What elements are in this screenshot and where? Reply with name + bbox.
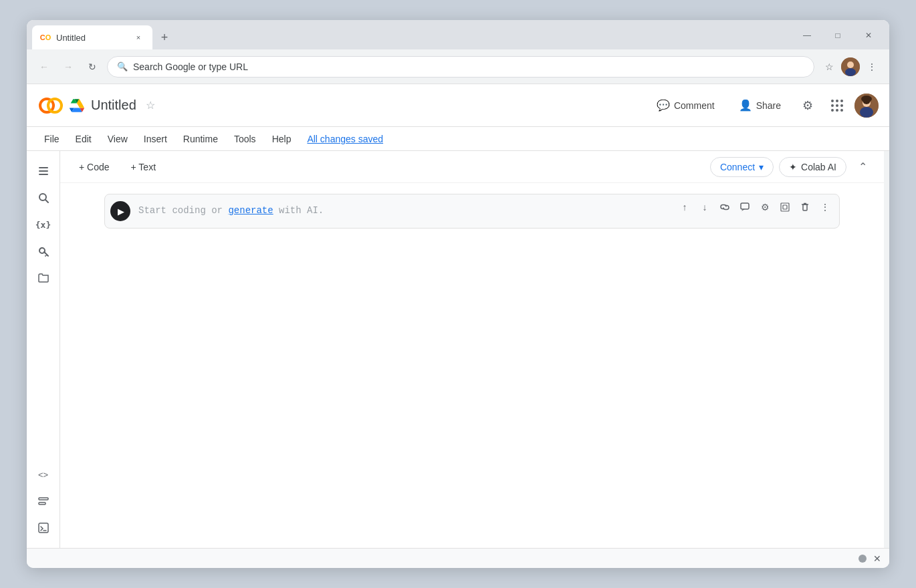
bookmark-button[interactable]: ☆ [820,57,838,76]
maximize-button[interactable]: □ [822,25,853,45]
table-of-contents-button[interactable] [31,159,55,183]
search-button[interactable] [31,186,55,210]
tab-close-button[interactable]: × [132,31,144,43]
svg-rect-21 [39,523,48,533]
folder-icon [37,272,49,284]
search-icon: 🔍 [117,61,128,71]
settings-button[interactable]: ⚙ [796,94,820,118]
menu-runtime[interactable]: Runtime [177,131,225,147]
expand-cell-button[interactable] [776,198,794,216]
minimize-button[interactable]: — [792,25,822,45]
move-cell-down-button[interactable]: ↓ [695,198,714,216]
add-comment-button[interactable] [735,198,754,216]
tab-title: Untitled [56,33,127,43]
more-cell-options-button[interactable]: ⋮ [816,198,834,216]
cell-placeholder-suffix: with AI. [273,205,324,216]
back-button[interactable]: ← [35,57,53,76]
colab-ai-button[interactable]: ✦ Colab AI [779,157,846,177]
move-cell-up-button[interactable]: ↑ [675,198,694,216]
apps-grid-icon [831,100,843,112]
menu-insert[interactable]: Insert [137,131,174,147]
svg-point-7 [860,107,873,118]
apps-grid-button[interactable] [825,94,849,118]
address-actions: ☆ ⋮ [820,57,881,76]
run-cell-button[interactable]: ▶ [110,201,130,221]
colab-header: Untitled ☆ 💬 Comment 👤 Share ⚙ [27,84,889,127]
menu-help[interactable]: Help [265,131,298,147]
comment-button[interactable]: 💬 Comment [647,94,724,117]
svg-rect-23 [741,203,749,209]
svg-line-16 [44,252,48,256]
share-icon: 👤 [739,99,752,112]
play-icon: ▶ [118,206,124,216]
copy-link-button[interactable] [715,198,734,216]
variables-button[interactable]: {x} [31,212,55,237]
link-icon [720,202,729,212]
expand-icon [780,202,790,212]
connect-button[interactable]: Connect ▾ [710,157,774,177]
terminal-icon [37,522,49,534]
svg-rect-25 [783,205,787,209]
close-button[interactable]: ✕ [853,25,884,45]
cell-settings-button[interactable]: ⚙ [756,198,774,216]
new-tab-button[interactable]: + [155,28,174,47]
sidebar: {x} [27,151,60,548]
profile-button[interactable] [841,57,860,76]
document-title[interactable]: Untitled [91,98,136,113]
app-content: Untitled ☆ 💬 Comment 👤 Share ⚙ [27,84,889,568]
right-scrollbar[interactable] [884,151,889,548]
svg-line-14 [45,200,48,202]
notebook-toolbar: + Code + Text Connect ▾ ✦ Colab AI ⌃ [60,151,884,183]
menu-tools[interactable]: Tools [227,131,263,147]
collapse-toolbar-button[interactable]: ⌃ [852,156,873,178]
url-text: Search Google or type URL [133,61,804,72]
gdrive-icon [70,98,84,113]
key-icon [37,245,49,257]
add-text-button[interactable]: + Text [123,158,164,176]
colab-ai-icon: ✦ [789,162,797,172]
svg-rect-12 [39,174,48,175]
delete-cell-button[interactable] [796,198,814,216]
notebook-area: + Code + Text Connect ▾ ✦ Colab AI ⌃ [60,151,884,548]
tab-bar: CO Untitled × + — □ ✕ [27,20,889,49]
header-title-area: Untitled ☆ [70,98,155,113]
tab-favicon: CO [40,32,51,43]
svg-rect-24 [781,203,789,211]
add-code-button[interactable]: + Code [71,158,118,176]
svg-rect-10 [39,167,48,168]
forward-button[interactable]: → [59,57,78,76]
star-button[interactable]: ☆ [146,99,155,112]
svg-point-1 [847,61,854,68]
address-bar: ← → ↻ 🔍 Search Google or type URL ☆ ⋮ [27,49,889,84]
chevron-down-icon: ▾ [759,162,764,172]
menu-bar: File Edit View Insert Runtime Tools Help… [27,127,889,151]
more-options-button[interactable]: ⋮ [863,57,881,76]
url-bar[interactable]: 🔍 Search Google or type URL [107,56,814,78]
files-button[interactable] [31,266,55,290]
menu-file[interactable]: File [37,131,66,147]
browser-tab[interactable]: CO Untitled × [32,25,152,49]
code-cell: ↑ ↓ [104,194,840,229]
bottom-bar: ✕ [27,548,889,568]
reload-button[interactable]: ↻ [83,57,102,76]
terminal-button[interactable] [31,516,55,540]
secrets-button[interactable] [31,239,55,263]
svg-rect-19 [39,498,48,500]
command-palette-button[interactable] [31,489,55,513]
share-button[interactable]: 👤 Share [729,94,790,117]
generate-link[interactable]: generate [228,205,273,216]
main-body: {x} [27,151,889,548]
menu-view[interactable]: View [101,131,134,147]
window-controls: — □ ✕ [792,25,884,45]
svg-rect-20 [39,502,45,504]
code-snippets-button[interactable]: <> [31,462,55,486]
menu-edit[interactable]: Edit [69,131,98,147]
bottom-close-button[interactable]: ✕ [873,553,881,564]
cell-placeholder-text: Start coding or [138,205,228,216]
cell-actions: ↑ ↓ [675,198,834,216]
user-avatar-large[interactable] [854,94,879,118]
trash-icon [800,202,810,212]
all-changes-saved-link[interactable]: All changes saved [300,131,390,147]
svg-rect-11 [39,170,48,172]
sidebar-top: {x} [31,159,55,290]
